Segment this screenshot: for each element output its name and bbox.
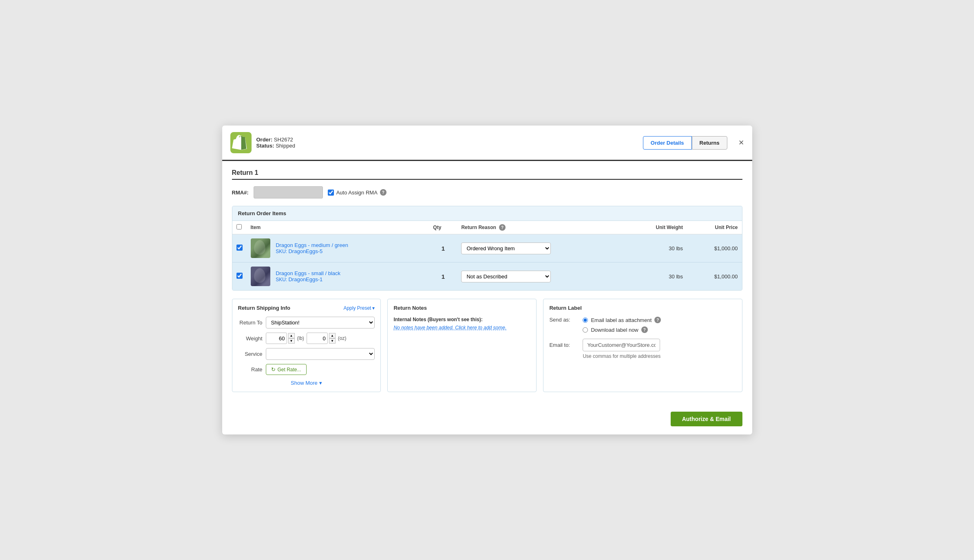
- items-section-header: Return Order Items: [232, 206, 742, 221]
- row1-reason-select[interactable]: Ordered Wrong Item Not as Described Dama…: [461, 243, 551, 254]
- download-label: Download label now: [591, 327, 638, 333]
- send-as-label: Send as:: [549, 317, 579, 333]
- oz-unit: (oz): [338, 335, 347, 341]
- service-label: Service: [238, 351, 263, 357]
- lb-unit: (lb): [297, 335, 304, 341]
- service-row: Service: [238, 348, 375, 360]
- row1-item-info: Dragon Eggs - medium / green SKU: Dragon…: [276, 242, 348, 254]
- email-to-input[interactable]: [583, 339, 660, 351]
- modal-body: Return 1 RMA#: Auto Assign RMA ? Return …: [222, 161, 752, 407]
- table-row: Dragon Eggs - medium / green SKU: Dragon…: [232, 234, 742, 262]
- row2-item-cell: Dragon Eggs - small / black SKU: DragonE…: [247, 262, 429, 291]
- weight-inputs: ▲ ▼ (lb) ▲ ▼ (oz): [266, 333, 347, 344]
- rma-input[interactable]: [254, 186, 323, 198]
- rate-label: Rate: [238, 366, 263, 373]
- row1-product-image: [251, 238, 270, 258]
- row2-item-info: Dragon Eggs - small / black SKU: DragonE…: [276, 270, 340, 282]
- header-qty: Qty: [429, 221, 457, 234]
- row1-checkbox[interactable]: [236, 245, 243, 251]
- order-number: SH2672: [274, 137, 293, 143]
- shopify-logo: [230, 132, 252, 153]
- email-attachment-help-icon[interactable]: ?: [654, 317, 661, 323]
- row2-item-name[interactable]: Dragon Eggs - small / black: [276, 270, 340, 276]
- row1-checkbox-cell: [232, 234, 247, 262]
- row1-item-cell: Dragon Eggs - medium / green SKU: Dragon…: [247, 234, 429, 262]
- modal-container: Order: SH2672 Status: Shipped Order Deta…: [222, 126, 752, 434]
- oz-increment[interactable]: ▲: [329, 333, 336, 338]
- auto-assign-help-icon[interactable]: ?: [380, 189, 387, 196]
- return-to-select[interactable]: ShipStation! Warehouse A: [266, 317, 375, 329]
- email-to-row: Email to:: [549, 339, 736, 351]
- row2-checkbox[interactable]: [236, 273, 243, 279]
- lb-decrement[interactable]: ▼: [288, 338, 295, 344]
- add-notes-link[interactable]: No notes have been added. Click here to …: [393, 325, 506, 331]
- label-panel-header: Return Label: [549, 305, 736, 311]
- header-unit-price: Unit Price: [687, 221, 742, 234]
- select-all-checkbox[interactable]: [236, 224, 242, 229]
- label-panel: Return Label Send as: Email label as att…: [543, 299, 742, 392]
- row2-reason-cell: Ordered Wrong Item Not as Described Dama…: [457, 262, 626, 291]
- download-help-icon[interactable]: ?: [641, 326, 648, 333]
- row2-checkbox-cell: [232, 262, 247, 291]
- no-notes-text: No notes have been added. Click here to …: [393, 325, 530, 331]
- weight-row: Weight ▲ ▼ (lb): [238, 333, 375, 344]
- return-reason-help-icon[interactable]: ?: [499, 224, 506, 231]
- weight-lb-input[interactable]: [266, 333, 287, 344]
- header-unit-weight: Unit Weight: [626, 221, 687, 234]
- notes-internal-label: Internal Notes (Buyers won't see this):: [393, 317, 530, 322]
- download-option[interactable]: Download label now ?: [583, 326, 661, 333]
- header-return-reason: Return Reason ?: [457, 221, 626, 234]
- order-status-line: Status: Shipped: [256, 143, 638, 149]
- weight-oz-input[interactable]: [307, 333, 328, 344]
- items-table: Item Qty Return Reason ? Unit Weight Uni…: [232, 221, 742, 290]
- download-radio[interactable]: [583, 327, 588, 333]
- row1-price: $1,000.00: [687, 234, 742, 262]
- notes-panel-header: Return Notes: [393, 305, 530, 311]
- rate-row: Rate ↻ Get Rate...: [238, 364, 375, 375]
- lb-increment[interactable]: ▲: [288, 333, 295, 338]
- chevron-down-icon: ▾: [372, 305, 375, 311]
- shipping-panel-title: Return Shipping Info: [238, 305, 291, 311]
- apply-preset-button[interactable]: Apply Preset ▾: [343, 305, 375, 311]
- email-attachment-option[interactable]: Email label as attachment ?: [583, 317, 661, 323]
- return-to-label: Return To: [238, 320, 263, 326]
- get-rate-button[interactable]: ↻ Get Rate...: [266, 364, 307, 375]
- auto-assign-row: Auto Assign RMA ?: [328, 189, 387, 196]
- row1-reason-cell: Ordered Wrong Item Not as Described Dama…: [457, 234, 626, 262]
- auto-assign-checkbox[interactable]: [328, 190, 334, 196]
- row2-price: $1,000.00: [687, 262, 742, 291]
- shipping-panel: Return Shipping Info Apply Preset ▾ Retu…: [232, 299, 381, 392]
- header-item: Item: [247, 221, 429, 234]
- status-label: Status:: [256, 143, 274, 149]
- radio-group: Email label as attachment ? Download lab…: [583, 317, 661, 333]
- lb-stepper: ▲ ▼: [288, 333, 295, 344]
- row1-item-name[interactable]: Dragon Eggs - medium / green: [276, 242, 348, 248]
- status-value: Shipped: [276, 143, 295, 149]
- shipping-panel-header: Return Shipping Info Apply Preset ▾: [238, 305, 375, 311]
- tab-returns[interactable]: Returns: [692, 136, 727, 150]
- email-attachment-radio[interactable]: [583, 317, 588, 323]
- notes-panel: Return Notes Internal Notes (Buyers won'…: [387, 299, 537, 392]
- return-title: Return 1: [232, 169, 742, 180]
- notes-panel-title: Return Notes: [393, 305, 427, 311]
- show-more-button[interactable]: Show More ▾: [238, 380, 375, 386]
- lb-input-wrap: ▲ ▼: [266, 333, 295, 344]
- close-button[interactable]: ×: [739, 138, 744, 147]
- label-panel-title: Return Label: [549, 305, 581, 311]
- order-label: Order:: [256, 137, 273, 143]
- oz-decrement[interactable]: ▼: [329, 338, 336, 344]
- row1-qty: 1: [429, 234, 457, 262]
- tab-order-details[interactable]: Order Details: [643, 136, 692, 150]
- authorize-email-button[interactable]: Authorize & Email: [671, 412, 742, 426]
- header-checkbox-cell: [232, 221, 247, 234]
- row2-reason-select[interactable]: Ordered Wrong Item Not as Described Dama…: [461, 271, 551, 282]
- row1-weight: 30 lbs: [626, 234, 687, 262]
- service-select[interactable]: [266, 348, 375, 360]
- commas-hint: Use commas for multiple addresses: [583, 353, 736, 359]
- row1-sku-link[interactable]: DragonEggs-5: [288, 248, 322, 254]
- email-to-label: Email to:: [549, 342, 579, 348]
- order-info: Order: SH2672 Status: Shipped: [256, 137, 638, 149]
- row2-sku-link[interactable]: DragonEggs-1: [288, 276, 322, 282]
- row2-qty: 1: [429, 262, 457, 291]
- rma-label: RMA#:: [232, 190, 249, 196]
